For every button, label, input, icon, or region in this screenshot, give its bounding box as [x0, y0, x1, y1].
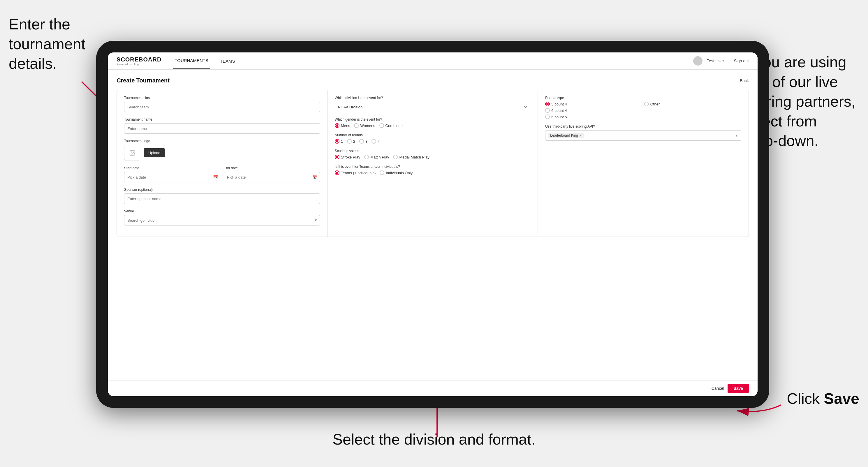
save-button[interactable]: Save [727, 384, 749, 393]
nav-link-teams[interactable]: TEAMS [219, 53, 237, 69]
tournament-host-input[interactable] [124, 102, 320, 112]
live-scoring-tag: Leaderboard King ✕ [548, 133, 583, 138]
back-link[interactable]: Back [737, 79, 749, 83]
nav-logo-main: SCOREBOARD [117, 56, 161, 63]
gender-radio-group: Mens Womens Combined [335, 123, 531, 128]
division-label: Which division is the event for? [335, 96, 531, 100]
logo-upload: Upload [124, 145, 320, 161]
event-type-label: Is this event for Teams and/or Individua… [335, 165, 531, 169]
end-date-wrap: 📅 [224, 172, 320, 182]
rounds-2[interactable]: 2 [347, 139, 355, 144]
event-teams-radio[interactable] [335, 170, 339, 175]
event-type-radio-group: Teams (+Individuals) Individuals Only [335, 170, 531, 175]
nav-bar: SCOREBOARD Powered by clippi TOURNAMENTS… [108, 53, 757, 70]
rounds-3-radio[interactable] [359, 139, 364, 144]
event-individuals[interactable]: Individuals Only [380, 170, 412, 175]
gender-combined-radio[interactable] [379, 123, 384, 128]
gender-group: Which gender is the event for? Mens Wome… [335, 117, 531, 128]
rounds-4[interactable]: 4 [372, 139, 380, 144]
division-select[interactable]: NCAA Division I [335, 102, 531, 112]
rounds-2-radio[interactable] [347, 139, 352, 144]
start-date-input[interactable] [124, 172, 220, 182]
event-teams[interactable]: Teams (+Individuals) [335, 170, 376, 175]
venue-label: Venue [124, 209, 320, 213]
calendar-icon: 📅 [213, 175, 218, 180]
page-title: Create Tournament [117, 77, 169, 84]
format-6count4-radio[interactable] [545, 108, 550, 113]
end-date-group: End date 📅 [224, 166, 320, 182]
gender-womens-radio[interactable] [354, 123, 359, 128]
rounds-radio-group: 1 2 3 4 [335, 139, 531, 144]
nav-logo-sub: Powered by clippi [117, 63, 161, 66]
form-footer: Cancel Save [108, 380, 757, 396]
event-individuals-radio[interactable] [380, 170, 384, 175]
rounds-label: Number of rounds [335, 133, 531, 137]
tournament-host-label: Tournament Host [124, 96, 320, 100]
tablet-device: SCOREBOARD Powered by clippi TOURNAMENTS… [96, 41, 769, 408]
format-5count4-radio[interactable] [545, 102, 550, 106]
scoring-match-radio[interactable] [364, 155, 369, 159]
scoring-medal[interactable]: Medal Match Play [393, 155, 429, 159]
annotation-topleft: Enter the tournament details. [9, 14, 111, 74]
gender-mens[interactable]: Mens [335, 123, 350, 128]
gender-mens-radio[interactable] [335, 123, 339, 128]
venue-group: Venue ▼ [124, 209, 320, 225]
rounds-4-radio[interactable] [372, 139, 376, 144]
rounds-3[interactable]: 3 [359, 139, 367, 144]
venue-dropdown-icon: ▼ [314, 218, 318, 222]
scoring-label: Scoring system [335, 149, 531, 153]
gender-combined[interactable]: Combined [379, 123, 403, 128]
nav-right: Test User | Sign out [693, 56, 749, 66]
tournament-logo-label: Tournament logo [124, 139, 320, 143]
format-options: 5 count 4 Other 6 count 4 [545, 102, 741, 119]
sponsor-group: Sponsor (optional) [124, 188, 320, 204]
live-scoring-dropdown-icon: ▼ [735, 134, 738, 137]
tournament-name-label: Tournament name [124, 117, 320, 122]
annotation-bottomcenter: Select the division and format. [333, 430, 535, 449]
start-date-label: Start date [124, 166, 220, 170]
live-scoring-group: Use third-party live scoring API? Leader… [545, 124, 741, 141]
tag-close-icon[interactable]: ✕ [579, 134, 582, 137]
scoring-stroke[interactable]: Stroke Play [335, 155, 360, 159]
tournament-name-group: Tournament name [124, 117, 320, 134]
format-6count5-radio[interactable] [545, 115, 550, 119]
form-col-3: Format type 5 count 4 Other [538, 90, 748, 237]
scoring-medal-radio[interactable] [393, 155, 398, 159]
format-type-label: Format type [545, 96, 741, 100]
nav-username: Test User [707, 59, 724, 63]
format-other-radio[interactable] [644, 102, 649, 106]
rounds-1[interactable]: 1 [335, 139, 343, 144]
nav-link-tournaments[interactable]: TOURNAMENTS [173, 53, 210, 69]
rounds-1-radio[interactable] [335, 139, 339, 144]
format-other[interactable]: Other [644, 102, 741, 106]
division-group: Which division is the event for? NCAA Di… [335, 96, 531, 112]
tablet-screen: SCOREBOARD Powered by clippi TOURNAMENTS… [108, 53, 757, 396]
format-6count4[interactable]: 6 count 4 [545, 108, 642, 113]
scoring-match[interactable]: Match Play [364, 155, 389, 159]
scoring-radio-group: Stroke Play Match Play Medal Match Play [335, 155, 531, 159]
start-date-group: Start date 📅 [124, 166, 220, 182]
format-5count4[interactable]: 5 count 4 [545, 102, 642, 106]
sponsor-input[interactable] [124, 193, 320, 204]
nav-logo: SCOREBOARD Powered by clippi [117, 56, 161, 66]
page-header: Create Tournament Back [117, 77, 749, 84]
calendar-icon-end: 📅 [313, 175, 318, 180]
scoring-group: Scoring system Stroke Play Match Play [335, 149, 531, 159]
date-row: Start date 📅 End date 📅 [124, 166, 320, 182]
tournament-logo-group: Tournament logo Upload [124, 139, 320, 161]
live-scoring-select[interactable]: Leaderboard King ✕ ▼ [545, 130, 741, 141]
venue-input[interactable] [124, 215, 320, 225]
upload-button[interactable]: Upload [144, 148, 165, 157]
end-date-label: End date [224, 166, 320, 170]
end-date-input[interactable] [224, 172, 320, 182]
logo-placeholder [124, 145, 140, 161]
cancel-button[interactable]: Cancel [712, 386, 724, 391]
nav-signout[interactable]: Sign out [734, 59, 749, 63]
form-col-2: Which division is the event for? NCAA Di… [328, 90, 538, 237]
scoring-stroke-radio[interactable] [335, 155, 339, 159]
annotation-bottomright: Click Save [787, 389, 859, 409]
format-6count5[interactable]: 6 count 5 [545, 115, 642, 119]
nav-avatar [693, 56, 703, 66]
gender-womens[interactable]: Womens [354, 123, 375, 128]
tournament-name-input[interactable] [124, 123, 320, 134]
